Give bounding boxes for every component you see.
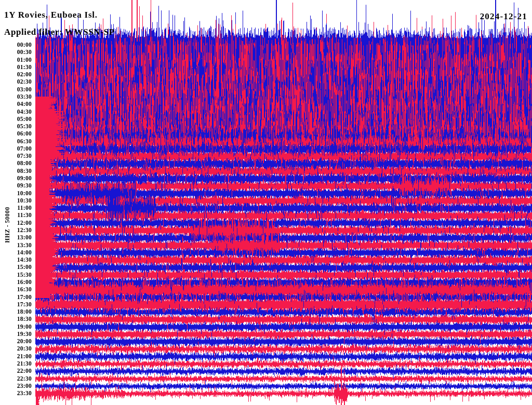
seismogram-canvas bbox=[0, 0, 532, 405]
helicorder-page: 1Y Rovies, Euboea Isl. Applied filter: W… bbox=[0, 0, 532, 405]
